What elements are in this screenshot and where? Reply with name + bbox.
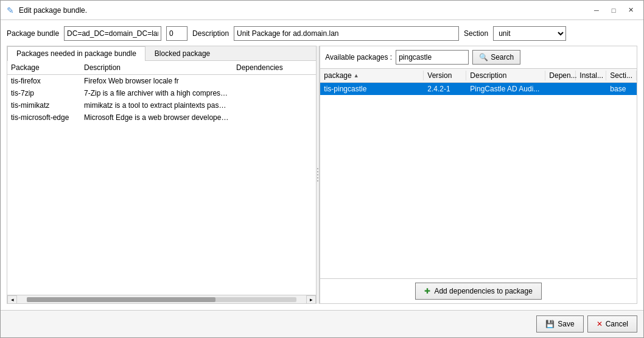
right-table-body: tis-pingcastle 2.4.2-1 PingCastle AD Aud… (320, 83, 637, 278)
main-area: Packages needed in package bundle Blocke… (7, 46, 637, 304)
left-cell-deps (233, 113, 316, 122)
description-label: Description (192, 29, 229, 38)
window-title: Edit package bundle. (19, 6, 589, 15)
divider-dots (317, 168, 318, 181)
save-icon: 💾 (545, 320, 555, 328)
search-input[interactable] (396, 50, 469, 65)
add-icon: ✚ (424, 287, 430, 295)
left-cell-desc: Microsoft Edge is a web browser develope… (80, 113, 233, 122)
package-bundle-label: Package bundle (7, 29, 59, 38)
top-row: Package bundle Description Section unit … (7, 26, 637, 41)
add-button-label: Add dependencies to package (434, 287, 532, 295)
window-icon: ✎ (5, 5, 15, 15)
save-button-label: Save (558, 320, 574, 328)
cancel-button[interactable]: ✕ Cancel (587, 315, 637, 333)
tab-packages-needed[interactable]: Packages needed in package bundle (7, 46, 145, 61)
right-cell-version: 2.4.2-1 (424, 84, 466, 94)
left-table-body: tis-firefox Firefox Web browser locale f… (7, 75, 316, 295)
right-top: Available packages : 🔍 Search (320, 46, 637, 69)
package-count-input[interactable] (166, 26, 187, 41)
left-col-dependencies: Dependencies (233, 63, 316, 72)
left-cell-desc: Firefox Web browser locale fr (80, 76, 233, 86)
left-cell-package: tis-mimikatz (7, 100, 80, 110)
maximize-button[interactable]: □ (606, 4, 621, 16)
left-cell-deps (233, 100, 316, 110)
title-bar: ✎ Edit package bundle. ─ □ ✕ (1, 1, 643, 20)
left-cell-deps (233, 76, 316, 86)
package-bundle-input[interactable] (64, 26, 161, 41)
cancel-button-label: Cancel (606, 320, 628, 328)
scroll-left-arrow[interactable]: ◂ (7, 295, 17, 304)
right-cell-package: tis-pingcastle (320, 84, 424, 94)
right-cell-instal (576, 84, 606, 94)
left-col-description: Description (80, 63, 233, 72)
tab-blocked-package[interactable]: Blocked package (145, 46, 219, 60)
right-col-package: package ▲ (320, 71, 424, 80)
section-select[interactable]: unit base (493, 26, 566, 41)
left-scrollbar[interactable]: ◂ ▸ (7, 295, 316, 303)
right-col-section: Secti... (606, 71, 637, 80)
sort-icon: ▲ (354, 72, 359, 79)
search-button[interactable]: 🔍 Search (472, 50, 520, 65)
right-col-instal: Instal... (576, 71, 606, 80)
minimize-button[interactable]: ─ (589, 4, 604, 16)
right-bottom: ✚ Add dependencies to package (320, 278, 637, 303)
section-label: Section (464, 29, 488, 38)
right-cell-depen (545, 84, 576, 94)
tabs-row: Packages needed in package bundle Blocke… (7, 46, 316, 61)
left-cell-package: tis-firefox (7, 76, 80, 86)
left-cell-deps (233, 88, 316, 98)
window-controls: ─ □ ✕ (589, 4, 639, 16)
left-cell-package: tis-microsoft-edge (7, 113, 80, 122)
scroll-thumb (27, 297, 215, 302)
search-icon: 🔍 (479, 53, 488, 62)
save-button[interactable]: 💾 Save (536, 315, 583, 333)
right-cell-section: base (606, 84, 637, 94)
left-col-package: Package (7, 63, 80, 72)
left-cell-desc: mimikatz is a tool to extract plaintexts… (80, 100, 233, 110)
cancel-icon: ✕ (597, 320, 603, 328)
bottom-bar: 💾 Save ✕ Cancel (1, 310, 643, 337)
left-row[interactable]: tis-firefox Firefox Web browser locale f… (7, 75, 316, 87)
left-cell-package: tis-7zip (7, 88, 80, 98)
content-area: Package bundle Description Section unit … (1, 20, 643, 310)
search-button-label: Search (491, 53, 514, 62)
right-col-depen: Depen... (545, 71, 576, 80)
right-table-header: package ▲ Version Description Depen... I… (320, 69, 637, 83)
left-row[interactable]: tis-microsoft-edge Microsoft Edge is a w… (7, 111, 316, 124)
right-col-description: Description (466, 71, 545, 80)
right-col-version: Version (424, 71, 466, 80)
close-button[interactable]: ✕ (623, 4, 639, 16)
left-table-header: Package Description Dependencies (7, 61, 316, 75)
scroll-right-arrow[interactable]: ▸ (306, 295, 316, 304)
left-row[interactable]: tis-7zip 7-Zip is a file archiver with a… (7, 87, 316, 99)
main-window: ✎ Edit package bundle. ─ □ ✕ Package bun… (0, 0, 644, 338)
right-panel: Available packages : 🔍 Search package ▲ … (320, 46, 637, 304)
right-cell-description: PingCastle AD Audi... (466, 84, 545, 94)
description-input[interactable] (234, 26, 459, 41)
scroll-track (27, 297, 296, 302)
right-row[interactable]: tis-pingcastle 2.4.2-1 PingCastle AD Aud… (320, 83, 637, 95)
left-panel: Packages needed in package bundle Blocke… (7, 46, 316, 304)
left-cell-desc: 7-Zip is a file archiver with a high com… (80, 88, 233, 98)
left-row[interactable]: tis-mimikatz mimikatz is a tool to extra… (7, 99, 316, 111)
add-dependencies-button[interactable]: ✚ Add dependencies to package (415, 283, 541, 300)
available-packages-label: Available packages : (325, 53, 392, 62)
